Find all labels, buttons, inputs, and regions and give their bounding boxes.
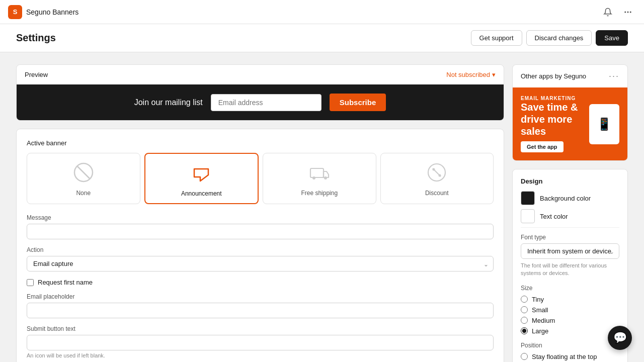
promo-banner: EMAIL MARKETING Save time & drive more s… bbox=[513, 87, 627, 160]
left-column: Preview Not subscribed ▾ Join our mailin… bbox=[16, 64, 504, 362]
action-select[interactable]: Email capture bbox=[27, 256, 494, 272]
discard-changes-button[interactable]: Discard changes bbox=[526, 30, 592, 46]
size-medium-radio[interactable] bbox=[521, 317, 528, 324]
right-column: Other apps by Seguno ··· EMAIL MARKETING… bbox=[512, 64, 628, 362]
message-group: Message Join our mailing list bbox=[27, 214, 494, 239]
email-placeholder-label: Email placeholder bbox=[27, 293, 494, 300]
promo-eyebrow: EMAIL MARKETING bbox=[521, 96, 585, 101]
design-title: Design bbox=[521, 177, 619, 185]
action-label: Action bbox=[27, 246, 494, 253]
size-small-label: Small bbox=[532, 306, 548, 314]
preview-card: Preview Not subscribed ▾ Join our mailin… bbox=[16, 64, 504, 121]
banner-option-announcement[interactable]: Announcement bbox=[144, 153, 259, 204]
background-color-swatch[interactable] bbox=[521, 191, 535, 205]
settings-card: Active banner None bbox=[16, 129, 504, 362]
svg-point-1 bbox=[627, 11, 629, 13]
banner-option-announcement-label: Announcement bbox=[181, 190, 222, 197]
submit-button-group: Submit button text Subscribe An icon wil… bbox=[27, 325, 494, 358]
email-placeholder-group: Email placeholder Email address bbox=[27, 293, 494, 318]
preview-banner: Join our mailing list Subscribe bbox=[17, 84, 504, 120]
text-color-swatch[interactable] bbox=[521, 209, 535, 223]
app-title: Seguno Banners bbox=[26, 8, 78, 16]
other-apps-header: Other apps by Seguno ··· bbox=[513, 65, 627, 87]
banner-grid: None Announcement bbox=[27, 153, 494, 204]
banner-option-none-label: None bbox=[76, 190, 91, 197]
font-type-select[interactable]: Inherit from system or device bbox=[521, 243, 619, 259]
active-banner-label: Active banner bbox=[27, 139, 494, 147]
message-label: Message bbox=[27, 214, 494, 221]
svg-marker-5 bbox=[194, 169, 208, 181]
banner-option-none[interactable]: None bbox=[27, 153, 140, 204]
submit-button-label: Submit button text bbox=[27, 325, 494, 332]
chat-bubble[interactable]: 💬 bbox=[608, 326, 632, 350]
action-group: Action Email capture bbox=[27, 246, 494, 272]
font-type-select-wrapper: Inherit from system or device bbox=[521, 243, 619, 259]
position-top-radio[interactable] bbox=[521, 353, 528, 360]
notifications-icon[interactable] bbox=[600, 4, 616, 20]
preview-subscribe-button[interactable]: Subscribe bbox=[330, 94, 386, 111]
banner-option-discount-label: Discount bbox=[425, 190, 449, 197]
free-shipping-icon bbox=[306, 159, 333, 186]
font-type-section: Font type Inherit from system or device … bbox=[521, 234, 619, 278]
topbar: S Seguno Banners bbox=[0, 0, 644, 24]
size-tiny-radio[interactable] bbox=[521, 296, 528, 303]
submit-button-input[interactable]: Subscribe bbox=[27, 335, 494, 350]
divider bbox=[521, 227, 619, 228]
size-small-row[interactable]: Small bbox=[521, 306, 619, 314]
preview-email-input[interactable] bbox=[211, 94, 321, 111]
page-actions: Get support Discard changes Save bbox=[471, 30, 628, 46]
size-large-row[interactable]: Large bbox=[521, 327, 619, 335]
chat-icon: 💬 bbox=[613, 331, 627, 344]
banner-option-discount[interactable]: Discount bbox=[380, 153, 494, 204]
size-small-radio[interactable] bbox=[521, 306, 528, 313]
page-header: Settings Get support Discard changes Sav… bbox=[0, 24, 644, 52]
font-type-hint: The font will be different for various s… bbox=[521, 262, 619, 278]
size-large-radio[interactable] bbox=[521, 327, 528, 334]
size-tiny-label: Tiny bbox=[532, 296, 544, 303]
background-color-row: Background color bbox=[521, 191, 619, 205]
request-first-name-checkbox[interactable] bbox=[27, 279, 34, 286]
size-section: Size Tiny Small Medium bbox=[521, 285, 619, 335]
get-support-button[interactable]: Get support bbox=[471, 30, 522, 46]
preview-banner-text: Join our mailing list bbox=[134, 98, 203, 107]
request-first-name-label: Request first name bbox=[38, 279, 93, 286]
position-label: Position bbox=[521, 342, 619, 349]
promo-cta-button[interactable]: Get the app bbox=[521, 141, 564, 152]
position-top-label: Stay floating at the top bbox=[532, 353, 597, 360]
text-color-row: Text color bbox=[521, 209, 619, 223]
submit-hint: An icon will be used if left blank. bbox=[27, 352, 494, 358]
email-placeholder-input[interactable]: Email address bbox=[27, 303, 494, 318]
other-apps-title: Other apps by Seguno bbox=[521, 72, 586, 80]
announcement-icon bbox=[188, 160, 214, 186]
position-top-row[interactable]: Stay floating at the top bbox=[521, 353, 619, 360]
promo-text: EMAIL MARKETING Save time & drive more s… bbox=[521, 96, 585, 152]
font-type-label: Font type bbox=[521, 234, 619, 241]
preview-card-header: Preview Not subscribed ▾ bbox=[17, 65, 504, 84]
page-title: Settings bbox=[16, 32, 471, 44]
save-button[interactable]: Save bbox=[596, 30, 628, 46]
none-icon bbox=[70, 159, 97, 186]
size-label: Size bbox=[521, 285, 619, 292]
size-medium-label: Medium bbox=[532, 317, 555, 324]
promo-headline: Save time & drive more sales bbox=[521, 101, 585, 137]
size-large-label: Large bbox=[532, 327, 548, 335]
svg-point-8 bbox=[324, 176, 327, 179]
size-medium-row[interactable]: Medium bbox=[521, 317, 619, 324]
text-color-label: Text color bbox=[540, 213, 568, 220]
more-menu-icon[interactable] bbox=[620, 4, 636, 20]
other-apps-card: Other apps by Seguno ··· EMAIL MARKETING… bbox=[512, 64, 628, 161]
svg-point-7 bbox=[312, 176, 315, 179]
svg-point-0 bbox=[624, 11, 626, 13]
message-input[interactable]: Join our mailing list bbox=[27, 224, 494, 239]
banner-option-free-shipping[interactable]: Free shipping bbox=[263, 153, 376, 204]
size-tiny-row[interactable]: Tiny bbox=[521, 296, 619, 303]
other-apps-more[interactable]: ··· bbox=[609, 71, 619, 81]
request-first-name-row: Request first name bbox=[27, 279, 494, 286]
position-section: Position Stay floating at the top Stay f… bbox=[521, 342, 619, 362]
discount-icon bbox=[424, 159, 450, 186]
subscription-status[interactable]: Not subscribed ▾ bbox=[446, 71, 496, 78]
main-content: Preview Not subscribed ▾ Join our mailin… bbox=[0, 52, 644, 362]
app-logo: S bbox=[8, 5, 22, 19]
svg-rect-6 bbox=[310, 168, 324, 177]
svg-point-12 bbox=[439, 174, 441, 177]
